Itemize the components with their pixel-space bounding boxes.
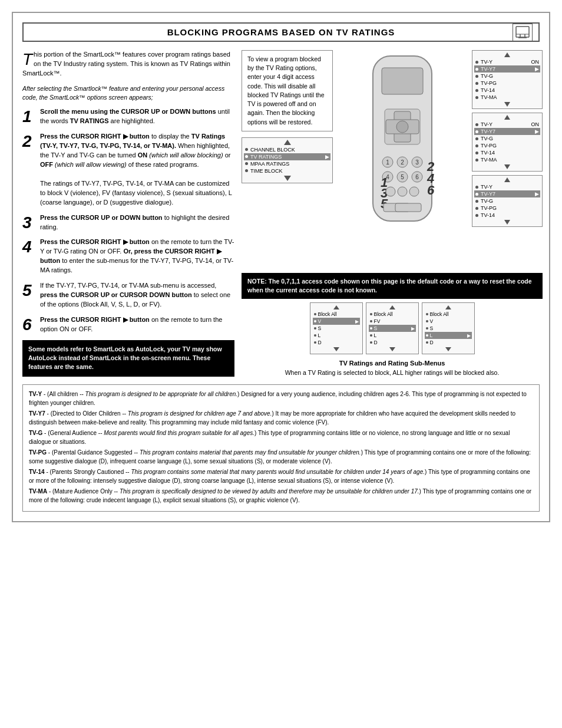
- s2-b5: [475, 151, 478, 154]
- step-3: 3 Press the CURSOR UP or DOWN button to …: [22, 213, 234, 232]
- ba-b1: [314, 313, 316, 315]
- step-4-number: 4: [22, 239, 35, 275]
- view-program-box: To view a program blocked by the TV Rati…: [242, 50, 333, 131]
- bullet-tv-ratings: [245, 155, 248, 158]
- intro-body: his portion of the SmartLock™ features c…: [22, 51, 230, 77]
- s2-b4: [475, 144, 478, 147]
- s2-row2: TV-Y7 ▶: [474, 128, 540, 135]
- intro-text: T his portion of the SmartLock™ features…: [22, 50, 234, 78]
- bb-up-tri: [389, 305, 395, 309]
- svg-text:3: 3: [415, 159, 419, 166]
- bc-row4: L ▶: [425, 332, 472, 339]
- s3-row2: TV-Y7 ▶: [474, 190, 540, 197]
- step-2: 2 Press the CURSOR RIGHT ▶ button to dis…: [22, 132, 234, 207]
- bb-row1: Block All: [369, 311, 416, 318]
- bc-down-tri: [445, 347, 451, 351]
- right-column: To view a program blocked by the TV Rati…: [242, 50, 543, 377]
- bc-b1: [426, 313, 428, 315]
- page-container: Blocking Programs Based on TV Ratings T …: [12, 12, 550, 522]
- bullet-channel: [245, 148, 248, 151]
- s2-b2: [475, 130, 478, 133]
- tv-ratings-screen-2: TV-Y ON TV-Y7 ▶ TV-G: [472, 113, 543, 172]
- s3-row1: TV-Y: [474, 183, 540, 190]
- bc-b3: [426, 327, 428, 330]
- right-top-row: To view a program blocked by the TV Rati…: [242, 50, 543, 268]
- step-3-content: Press the CURSOR UP or DOWN button to hi…: [40, 213, 234, 232]
- menu-row-time: TIME BLOCK: [244, 167, 330, 174]
- bc-b4: [426, 334, 428, 337]
- svg-point-31: [409, 187, 419, 196]
- s3-row5: TV-14: [474, 212, 540, 219]
- s3-b1: [475, 186, 478, 189]
- page-title: Blocking Programs Based on TV Ratings: [24, 27, 538, 37]
- bb-b4: [370, 334, 372, 337]
- bc-b2: [426, 320, 428, 322]
- bb-row2: FV: [369, 318, 416, 325]
- menu-row-mpaa: MPAA RATINGS: [244, 160, 330, 167]
- bullet-mpaa: [245, 162, 248, 165]
- step-1-number: 1: [22, 108, 35, 126]
- autolock-box: Some models refer to SmartLock as AutoLo…: [22, 340, 234, 377]
- svg-rect-6: [382, 68, 423, 94]
- tv-up-arrow: [474, 52, 540, 57]
- step-1-content: Scroll the menu using the CURSOR UP or D…: [40, 107, 234, 126]
- s2-row6: TV-MA: [474, 156, 540, 163]
- ba-down: [313, 347, 360, 351]
- bb-row5: D: [369, 339, 416, 346]
- def-tvpg: TV-PG - (Parental Guidance Suggested -- …: [29, 448, 533, 466]
- bb-down-tri: [389, 347, 395, 351]
- bullet-tvma: [475, 96, 478, 99]
- bullet-tvy: [475, 61, 478, 64]
- main-content: T his portion of the SmartLock™ features…: [22, 50, 540, 377]
- s3-row3: TV-G: [474, 197, 540, 205]
- def-tvma: TV-MA - (Mature Audience Only -- This pr…: [29, 487, 533, 505]
- s2-down-arrow: [474, 164, 540, 169]
- svg-text:6: 6: [427, 183, 435, 197]
- svg-text:2: 2: [401, 159, 404, 166]
- bb-b5: [370, 341, 372, 344]
- tv-row-tvpg: TV-PG: [474, 80, 540, 87]
- bottom-screen-c: Block All V S L ▶: [422, 302, 475, 354]
- remote-svg: 1 2 3 4 5 6 1 2 3: [338, 50, 467, 268]
- tv-row-tvg: TV-G: [474, 73, 540, 80]
- bullet-time: [245, 169, 248, 172]
- ba-b3: [314, 327, 316, 330]
- bullet-tvg: [475, 75, 478, 78]
- step-5-content: If the TV-Y7, TV-PG, TV-14, or TV-MA sub…: [40, 281, 234, 309]
- ba-row1: Block All: [313, 311, 360, 318]
- tv-row-tvy: TV-Y ON: [474, 58, 540, 65]
- bb-down: [369, 347, 416, 351]
- down-triangle: [284, 176, 291, 181]
- svg-text:6: 6: [415, 174, 419, 180]
- menu-row-tv-ratings: TV RATINGS ▶: [244, 153, 330, 160]
- bullet-tvpg: [475, 82, 478, 85]
- ba-up-tri: [333, 305, 339, 309]
- svg-point-29: [386, 187, 395, 196]
- tv-ratings-screen: TV-Y ON TV-Y7 ▶ TV-G: [472, 50, 543, 109]
- s3-down-arrow: [474, 220, 540, 225]
- step-6: 6 Press the CURSOR RIGHT ▶ button on the…: [22, 315, 234, 334]
- menu-row-channel: CHANNEL BLOCK: [244, 146, 330, 153]
- title-icon: [513, 24, 533, 41]
- bb-b1: [370, 313, 372, 315]
- s2-b1: [475, 123, 478, 126]
- s2-up-arrow: [474, 115, 540, 120]
- tv-row-tvy7: TV-Y7 ▶: [474, 65, 540, 73]
- s2-row3: TV-G: [474, 135, 540, 142]
- step-4: 4 Press the CURSOR RIGHT ▶ button on the…: [22, 238, 234, 275]
- bb-row4: L: [369, 332, 416, 339]
- step-6-number: 6: [22, 317, 35, 334]
- s2-down-tri: [504, 164, 510, 169]
- definitions-box: TV-Y - (All children -- This program is …: [22, 384, 540, 512]
- bc-row1: Block All: [425, 311, 472, 318]
- def-tvy: TV-Y - (All children -- This program is …: [29, 390, 533, 407]
- bullet-tv14: [475, 89, 478, 92]
- s3-up-arrow: [474, 177, 540, 182]
- left-column: T his portion of the SmartLock™ features…: [22, 50, 234, 377]
- svg-text:5: 5: [401, 174, 404, 180]
- s3-b4: [475, 207, 478, 210]
- drop-cap: T: [22, 51, 32, 68]
- bc-row2: V: [425, 318, 472, 325]
- ba-row5: D: [313, 339, 360, 346]
- ba-row2: V ▶: [313, 318, 360, 325]
